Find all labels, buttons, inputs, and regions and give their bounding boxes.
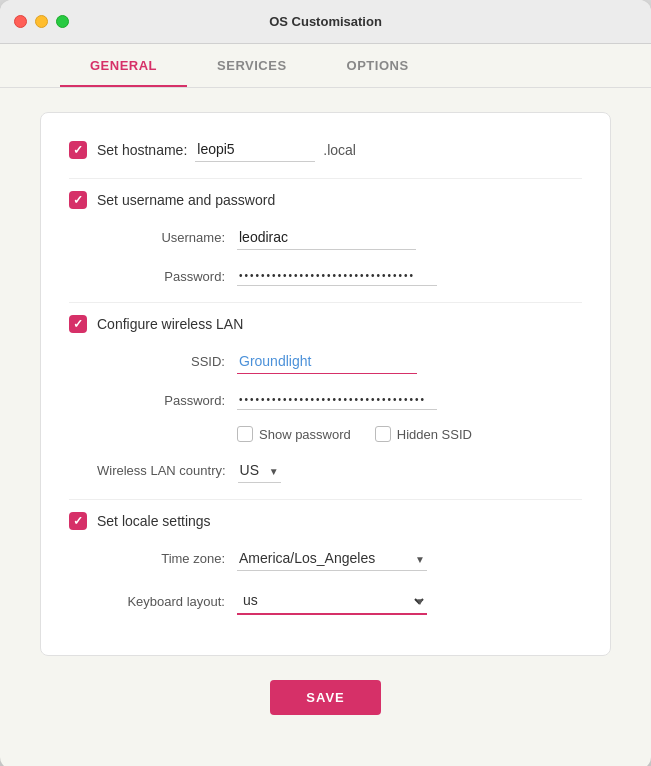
wifi-password-input[interactable] <box>237 390 437 410</box>
hostname-input[interactable] <box>195 137 315 162</box>
show-password-label: Show password <box>259 427 351 442</box>
tab-services[interactable]: SERVICES <box>187 44 317 87</box>
timezone-label: Time zone: <box>97 551 237 566</box>
show-password-checkbox[interactable] <box>237 426 253 442</box>
hidden-ssid-label: Hidden SSID <box>397 427 472 442</box>
timezone-select[interactable]: America/Los_Angeles America/New_York Ame… <box>237 546 427 571</box>
credentials-fields: Username: Password: <box>69 225 582 286</box>
checkmark-icon: ✓ <box>73 144 83 156</box>
save-button[interactable]: SAVE <box>270 680 380 715</box>
divider-1 <box>69 178 582 179</box>
country-label: Wireless LAN country: <box>97 463 238 478</box>
show-password-item[interactable]: Show password <box>237 426 351 442</box>
hostname-input-group: .local <box>195 137 356 162</box>
wifi-password-row: Password: <box>97 390 582 410</box>
hostname-row: ✓ Set hostname: .local <box>69 137 582 162</box>
user-password-input[interactable] <box>237 266 437 286</box>
wireless-section-header: ✓ Configure wireless LAN <box>69 315 582 333</box>
keyboard-row: Keyboard layout: us gb de fr <box>97 587 582 615</box>
timezone-select-wrapper: America/Los_Angeles America/New_York Ame… <box>237 546 427 571</box>
tab-general[interactable]: GENERAL <box>60 44 187 87</box>
checkmark-icon-2: ✓ <box>73 194 83 206</box>
keyboard-label: Keyboard layout: <box>97 594 237 609</box>
app-window: OS Customisation GENERAL SERVICES OPTION… <box>0 0 651 766</box>
credentials-checkbox[interactable]: ✓ <box>69 191 87 209</box>
window-title: OS Customisation <box>269 14 382 29</box>
country-select-wrapper: US GB CA DE FR <box>238 458 281 483</box>
divider-2 <box>69 302 582 303</box>
tab-options[interactable]: OPTIONS <box>317 44 439 87</box>
minimize-button[interactable] <box>35 15 48 28</box>
keyboard-select-wrapper: us gb de fr <box>237 587 427 615</box>
hostname-suffix: .local <box>323 142 356 158</box>
username-label: Username: <box>97 230 237 245</box>
ssid-input[interactable] <box>237 349 417 374</box>
checkmark-icon-3: ✓ <box>73 318 83 330</box>
checkmark-icon-4: ✓ <box>73 515 83 527</box>
ssid-label: SSID: <box>97 354 237 369</box>
maximize-button[interactable] <box>56 15 69 28</box>
locale-section-header: ✓ Set locale settings <box>69 512 582 530</box>
hidden-ssid-item[interactable]: Hidden SSID <box>375 426 472 442</box>
country-select[interactable]: US GB CA DE FR <box>238 458 281 483</box>
locale-fields: Time zone: America/Los_Angeles America/N… <box>69 546 582 615</box>
divider-3 <box>69 499 582 500</box>
hidden-ssid-checkbox[interactable] <box>375 426 391 442</box>
keyboard-select[interactable]: us gb de fr <box>237 587 427 615</box>
tab-bar: GENERAL SERVICES OPTIONS <box>0 44 651 88</box>
locale-label: Set locale settings <box>97 513 211 529</box>
traffic-lights <box>14 15 69 28</box>
credentials-label: Set username and password <box>97 192 275 208</box>
user-password-row: Password: <box>97 266 582 286</box>
hostname-label: Set hostname: <box>97 142 187 158</box>
credentials-section-header: ✓ Set username and password <box>69 191 582 209</box>
country-row: Wireless LAN country: US GB CA DE FR <box>97 458 582 483</box>
locale-checkbox[interactable]: ✓ <box>69 512 87 530</box>
wireless-fields: SSID: Password: Show password Hidden SS <box>69 349 582 483</box>
save-area: SAVE <box>40 680 611 745</box>
wireless-label: Configure wireless LAN <box>97 316 243 332</box>
username-input[interactable] <box>237 225 416 250</box>
wifi-password-label: Password: <box>97 393 237 408</box>
hostname-checkbox[interactable]: ✓ <box>69 141 87 159</box>
ssid-row: SSID: <box>97 349 582 374</box>
form-panel: ✓ Set hostname: .local ✓ Set username an… <box>40 112 611 656</box>
titlebar: OS Customisation <box>0 0 651 44</box>
wifi-options-row: Show password Hidden SSID <box>237 426 582 442</box>
username-row: Username: <box>97 225 582 250</box>
user-password-label: Password: <box>97 269 237 284</box>
timezone-row: Time zone: America/Los_Angeles America/N… <box>97 546 582 571</box>
close-button[interactable] <box>14 15 27 28</box>
main-content: ✓ Set hostname: .local ✓ Set username an… <box>0 88 651 766</box>
wireless-checkbox[interactable]: ✓ <box>69 315 87 333</box>
